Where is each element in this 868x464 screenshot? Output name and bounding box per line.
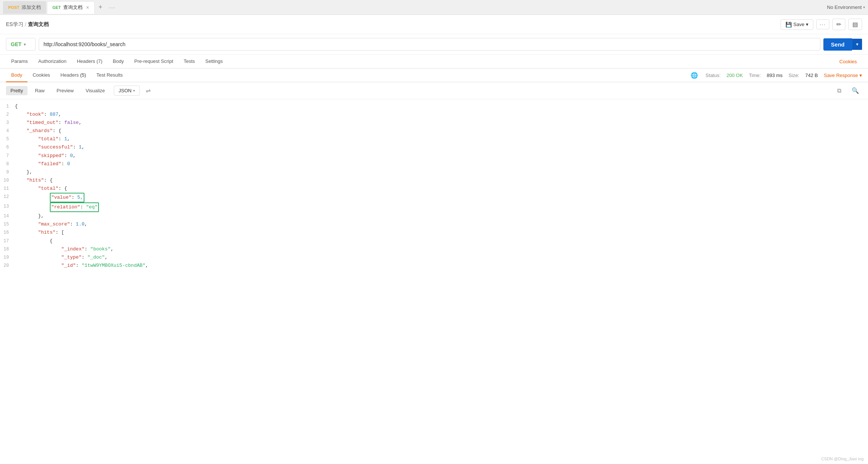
more-button[interactable]: ···: [816, 19, 829, 29]
json-line: 5 "total": 1,: [0, 135, 868, 143]
json-line: 18 "_index": "books",: [0, 245, 868, 253]
status-value: 200 OK: [727, 73, 743, 78]
tab-get-label: 查询文档: [63, 4, 83, 11]
json-line: 13 "relation": "eq": [0, 202, 868, 212]
info-icon: ▤: [852, 21, 858, 28]
tab-more-button[interactable]: ···: [106, 4, 119, 10]
tab-close-button[interactable]: ×: [86, 4, 89, 10]
line-number: 6: [1, 143, 15, 151]
format-dropdown-label: JSON: [119, 88, 132, 93]
format-pretty-button[interactable]: Pretty: [6, 86, 28, 95]
edit-icon-button[interactable]: ✏: [832, 19, 845, 30]
breadcrumb-current: 查询文档: [28, 21, 49, 28]
json-line: 15 "max_score": 1.0,: [0, 220, 868, 228]
tab-tests[interactable]: Tests: [179, 55, 200, 68]
main-content: ES学习 / 查询文档 💾 Save ▾ ··· ✏ ▤ GET ▾ S: [0, 15, 868, 464]
env-label: No Environment: [827, 4, 862, 10]
json-line: 4 "_shards": {: [0, 127, 868, 135]
method-badge-get: GET: [52, 5, 61, 10]
format-visualize-button[interactable]: Visualize: [81, 86, 109, 95]
save-icon: 💾: [785, 22, 792, 28]
tab-headers[interactable]: Headers (7): [72, 55, 108, 68]
tab-params[interactable]: Params: [6, 55, 33, 68]
json-line: 7 "skipped": 0,: [0, 152, 868, 160]
breadcrumb-bar: ES学习 / 查询文档 💾 Save ▾ ··· ✏ ▤: [0, 15, 868, 34]
line-content: "max_score": 1.0,: [15, 220, 867, 228]
line-number: 5: [1, 135, 15, 143]
time-value: 893 ms: [767, 73, 783, 78]
time-label: Time:: [749, 73, 761, 78]
line-number: 7: [1, 152, 15, 160]
line-content: "value": 5,: [15, 193, 867, 202]
save-response-button[interactable]: Save Response ▾: [824, 73, 862, 78]
resp-tab-headers[interactable]: Headers (5): [55, 68, 91, 82]
json-line: 11 "total": {: [0, 185, 868, 193]
line-content: "hits": [: [15, 228, 867, 237]
resp-tab-cookies[interactable]: Cookies: [28, 68, 55, 82]
line-number: 11: [1, 185, 15, 192]
search-button[interactable]: 🔍: [849, 86, 862, 96]
line-content: "_index": "books",: [15, 245, 867, 253]
method-badge-post: POST: [8, 5, 19, 10]
tab-settings[interactable]: Settings: [200, 55, 228, 68]
json-line: 19 "_type": "_doc",: [0, 253, 868, 262]
line-content: "timed_out": false,: [15, 119, 867, 127]
cookies-link[interactable]: Cookies: [834, 55, 862, 68]
tab-post[interactable]: POST 添加文档: [3, 1, 46, 14]
env-selector[interactable]: No Environment ▾: [827, 4, 865, 10]
json-line: 14 },: [0, 212, 868, 220]
highlighted-value: "relation": "eq": [50, 202, 99, 212]
line-number: 15: [1, 220, 15, 228]
save-label: Save: [793, 22, 804, 27]
response-tabs: Body Cookies Headers (5) Test Results 🌐 …: [0, 68, 868, 82]
line-number: 14: [1, 212, 15, 220]
line-content: "relation": "eq": [15, 202, 867, 212]
copy-icon: ⧉: [837, 87, 841, 94]
tab-prerequest[interactable]: Pre-request Script: [129, 55, 179, 68]
save-response-label: Save Response: [824, 73, 858, 78]
line-number: 9: [1, 168, 15, 176]
line-number: 10: [1, 176, 15, 184]
line-content: "total": 1,: [15, 135, 867, 143]
tab-bar: POST 添加文档 GET 查询文档 × + ··· No Environmen…: [0, 0, 868, 15]
json-line: 9 },: [0, 168, 868, 176]
status-label: Status:: [705, 73, 720, 78]
json-viewer: 1{2 "took": 887,3 "timed_out": false,4 "…: [0, 99, 868, 464]
line-content: "_id": "1twW9YMBOXui5-cbndAB",: [15, 262, 867, 270]
format-raw-button[interactable]: Raw: [30, 86, 49, 95]
line-content: "_shards": {: [15, 127, 867, 135]
line-number: 4: [1, 127, 15, 135]
line-content: "_type": "_doc",: [15, 253, 867, 262]
tab-add-button[interactable]: +: [96, 3, 106, 11]
line-content: "total": {: [15, 185, 867, 193]
resp-tab-testresults[interactable]: Test Results: [91, 68, 128, 82]
save-button[interactable]: 💾 Save ▾: [781, 19, 813, 30]
tab-get[interactable]: GET 查询文档 ×: [47, 1, 95, 14]
line-number: 8: [1, 160, 15, 168]
line-content: "skipped": 0,: [15, 152, 867, 160]
line-number: 3: [1, 119, 15, 127]
json-line: 3 "timed_out": false,: [0, 119, 868, 127]
info-icon-button[interactable]: ▤: [848, 19, 862, 30]
format-dropdown[interactable]: JSON ▾: [114, 86, 140, 96]
tab-headers-label: Headers: [77, 58, 95, 64]
tab-authorization[interactable]: Authorization: [33, 55, 72, 68]
json-line: 10 "hits": {: [0, 176, 868, 185]
format-preview-button[interactable]: Preview: [52, 86, 78, 95]
save-response-chevron-icon: ▾: [859, 73, 862, 78]
url-input[interactable]: [39, 38, 820, 51]
send-main-button[interactable]: Send: [823, 38, 852, 51]
wrap-icon-button[interactable]: ⇌: [143, 85, 154, 96]
resp-tab-body[interactable]: Body: [6, 68, 28, 82]
breadcrumb-separator: /: [25, 22, 26, 28]
method-selector[interactable]: GET ▾: [6, 38, 36, 51]
breadcrumb: ES学习 / 查询文档: [6, 21, 49, 28]
request-tabs: Params Authorization Headers (7) Body Pr…: [0, 55, 868, 68]
copy-button[interactable]: ⧉: [834, 86, 844, 96]
line-content: {: [15, 102, 867, 111]
line-number: 2: [1, 111, 15, 118]
tab-body[interactable]: Body: [107, 55, 129, 68]
highlighted-value: "value": 5,: [50, 193, 85, 202]
send-chevron-button[interactable]: ▾: [852, 39, 862, 50]
json-line: 17 {: [0, 237, 868, 245]
